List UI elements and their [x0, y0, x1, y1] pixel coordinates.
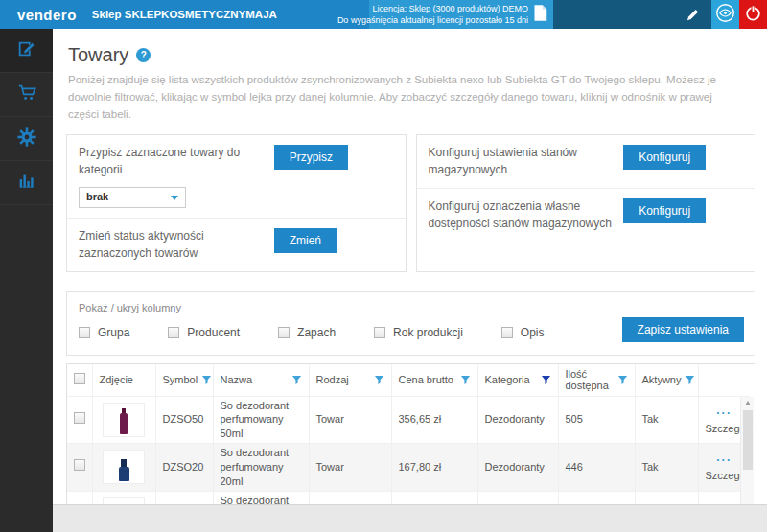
cell-qty: 505: [558, 396, 635, 444]
cell-price: 59,02 zł: [391, 491, 477, 505]
column-header-qty: Ilość dostępna: [558, 364, 635, 396]
column-header-label: Symbol: [163, 374, 198, 385]
table-scrollbar[interactable]: [740, 397, 754, 505]
checkbox-label: Producent: [187, 326, 240, 339]
column-header-photo: Zdjęcie: [92, 364, 155, 396]
bottle-cap: [121, 459, 127, 467]
configure-stock-button[interactable]: Konfiguruj: [623, 145, 706, 170]
row-menu-icon[interactable]: ...: [716, 451, 732, 464]
row-menu-icon[interactable]: ...: [716, 498, 732, 505]
category-select-value: brak: [86, 190, 108, 205]
column-header-type: Rodzaj: [309, 364, 391, 396]
product-image: [104, 404, 144, 436]
change-status-label: Zmień status aktywności zaznaczonych tow…: [79, 228, 274, 262]
stock-settings-label: Konfiguruj ustawienia stanów magazynowyc…: [429, 145, 624, 178]
filter-icon[interactable]: [460, 375, 471, 385]
edit-icon: [16, 38, 37, 63]
cell-type: Towar: [309, 444, 391, 492]
availability-settings-label: Konfiguruj oznaczenia własne dostępności…: [429, 198, 624, 232]
checkbox-icon: [501, 327, 513, 338]
content-card: Towary ? Poniżej znajduje się lista wszy…: [53, 29, 767, 505]
cell-active: Tak: [635, 491, 698, 505]
checkbox-label: Opis: [521, 326, 545, 339]
cell-active: Tak: [635, 396, 698, 444]
cell-price: 356,65 zł: [391, 396, 477, 444]
products-table: ZdjęcieSymbolNazwaRodzajCena bruttoKateg…: [67, 364, 750, 505]
column-checkbox-1[interactable]: Producent: [168, 326, 240, 339]
cell-category: Dezodoranty: [477, 396, 558, 444]
preview-shop-button[interactable]: [711, 0, 739, 29]
checkbox-icon: [278, 327, 290, 338]
column-header-label: Nazwa: [221, 374, 253, 385]
filter-icon[interactable]: [685, 375, 695, 385]
bar-chart-icon: [16, 171, 37, 196]
gear-icon: [16, 127, 37, 151]
page-title: Towary: [68, 44, 128, 66]
row-select-cell: [67, 396, 92, 444]
cell-price: 167,80 zł: [391, 444, 477, 492]
table-row: DZSO20So dezodorant perfumowany 20mlTowa…: [67, 444, 750, 492]
sidebar-item-edit[interactable]: [0, 29, 53, 73]
checkbox-label: Grupa: [98, 326, 129, 339]
topbar-right: [553, 0, 711, 29]
checkbox-icon: [79, 327, 90, 338]
config-panel: Konfiguruj ustawienia stanów magazynowyc…: [416, 134, 756, 272]
column-header-category: Kategoria: [477, 364, 558, 396]
sidebar-item-gear[interactable]: [0, 117, 53, 161]
row-menu-icon[interactable]: ...: [716, 404, 732, 417]
cell-category: Dezodoranty: [477, 444, 558, 492]
scrollbar-thumb[interactable]: [743, 410, 753, 470]
category-select[interactable]: brak: [79, 187, 186, 208]
scroll-up-arrow[interactable]: [741, 397, 755, 409]
assign-button[interactable]: Przypisz: [274, 145, 348, 170]
filter-icon[interactable]: [617, 375, 628, 385]
filter-icon[interactable]: [201, 375, 212, 385]
configure-availability-button[interactable]: Konfiguruj: [623, 198, 706, 223]
assign-category-label: Przypisz zaznaczone towary do kategorii: [79, 146, 240, 175]
save-settings-button[interactable]: Zapisz ustawienia: [622, 317, 744, 342]
cart-icon: [16, 82, 37, 107]
details-link[interactable]: Szczegóły: [706, 469, 744, 483]
change-status-button[interactable]: Zmień: [274, 228, 337, 253]
details-column-header: [698, 364, 750, 396]
products-table-panel: ZdjęcieSymbolNazwaRodzajCena bruttoKateg…: [66, 363, 755, 505]
row-checkbox[interactable]: [74, 412, 85, 424]
chevron-down-icon: [171, 196, 178, 200]
checkbox-label: Rok produkcji: [393, 326, 463, 339]
column-checkbox-3[interactable]: Rok produkcji: [374, 326, 463, 339]
column-header-label: Cena brutto: [399, 374, 453, 385]
license-line2: Do wygaśnięcia aktualnej licencji pozost…: [337, 14, 528, 26]
sidebar-item-bar-chart[interactable]: [0, 161, 53, 205]
edit-pencil-icon[interactable]: [686, 8, 700, 22]
top-bar: vendero Sklep SKLEPKOSMETYCZNYMAJA Licen…: [0, 0, 767, 29]
checkbox-icon: [168, 327, 179, 338]
filter-icon[interactable]: [374, 375, 384, 385]
column-checkbox-2[interactable]: Zapach: [278, 326, 336, 339]
column-header-label: Aktywny: [642, 374, 682, 385]
sidebar-item-cart[interactable]: [0, 73, 53, 117]
filter-icon[interactable]: [541, 375, 551, 385]
brand-area: vendero Sklep SKLEPKOSMETYCZNYMAJA: [0, 0, 369, 29]
select-all-checkbox[interactable]: [74, 373, 85, 384]
cell-type: Towar: [309, 396, 391, 444]
license-line1: Licencja: Sklep (3000 produktów) DEMO: [337, 3, 528, 14]
help-icon[interactable]: ?: [136, 48, 151, 62]
filter-icon[interactable]: [291, 375, 302, 385]
table-row: DZSO…So dezodorant perfumowany 100mlTowa…: [67, 491, 750, 505]
column-checkbox-4[interactable]: Opis: [501, 326, 545, 339]
column-header-symbol: Symbol: [155, 364, 213, 396]
main-area: Towary ? Poniżej znajduje się lista wszy…: [53, 29, 767, 532]
bottle-body: [120, 413, 128, 434]
bulk-actions-panel: Przypisz zaznaczone towary do kategorii …: [66, 134, 407, 272]
details-link[interactable]: Szczegóły: [706, 422, 744, 436]
checkbox-label: Zapach: [297, 326, 336, 339]
column-header-label: Kategoria: [485, 374, 530, 385]
cell-type: Towar: [309, 491, 391, 505]
column-header-label: Rodzaj: [316, 374, 349, 385]
power-icon: [744, 4, 762, 26]
cell-symbol: DZSO…: [155, 491, 213, 505]
row-checkbox[interactable]: [74, 459, 85, 471]
column-checkbox-0[interactable]: Grupa: [79, 326, 129, 339]
cell-photo: [92, 491, 155, 505]
logout-button[interactable]: [739, 0, 767, 29]
